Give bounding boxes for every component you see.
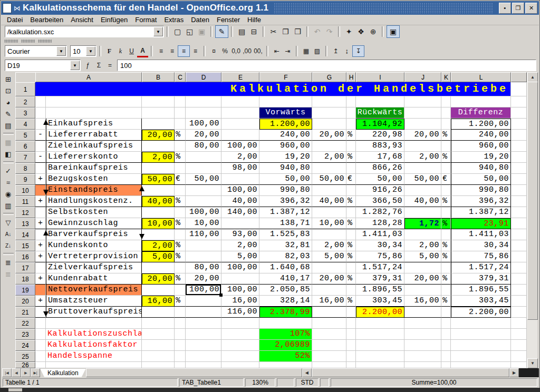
cell-L4[interactable]: 1.200,00: [451, 119, 511, 130]
cell-sign-11[interactable]: +: [35, 196, 46, 207]
cell-L11[interactable]: 396,32: [451, 196, 511, 207]
cell-D8[interactable]: [186, 163, 221, 174]
cell-B14[interactable]: [142, 229, 175, 240]
cell-L25[interactable]: [451, 351, 511, 362]
cell-E4[interactable]: [221, 119, 259, 130]
previous-sheet-button[interactable]: ◀: [12, 368, 21, 377]
cell-sign-16[interactable]: +: [35, 251, 46, 262]
cell-L20[interactable]: 303,45: [451, 296, 511, 307]
cell-E21[interactable]: 116,00: [221, 307, 259, 318]
cell-D13[interactable]: 10,00: [186, 218, 221, 229]
cell-K9[interactable]: €: [441, 174, 451, 185]
cell-G5[interactable]: 20,00: [312, 130, 346, 141]
cell-E8[interactable]: 98,00: [221, 163, 259, 174]
cell-D3[interactable]: [186, 107, 221, 119]
cell-E9[interactable]: [221, 174, 259, 185]
cell-empty[interactable]: [511, 207, 527, 218]
cell-K25[interactable]: [441, 351, 451, 362]
cell-K20[interactable]: %: [441, 296, 451, 307]
cell-D15[interactable]: [186, 240, 221, 251]
cell-B10[interactable]: [142, 185, 175, 196]
cell-F24[interactable]: 2,06989: [259, 340, 312, 351]
cell-J22[interactable]: [404, 318, 441, 329]
increase-indent-button[interactable]: ⇥: [282, 46, 293, 56]
cell-empty[interactable]: [312, 362, 346, 368]
cell-E19[interactable]: 100,00: [221, 285, 259, 296]
cell-J3[interactable]: [404, 107, 441, 119]
cell-sign-12[interactable]: [35, 207, 46, 218]
row-header-19[interactable]: 19: [15, 285, 35, 296]
italic-button[interactable]: k: [115, 46, 126, 56]
cell-C14[interactable]: [175, 229, 186, 240]
cell-L3[interactable]: Differenz: [451, 107, 511, 119]
cell-D9[interactable]: 50,00: [186, 174, 221, 185]
menu-item-1[interactable]: Bearbeiten: [26, 15, 67, 24]
cell-J13[interactable]: 1,72: [404, 218, 441, 229]
column-header-L[interactable]: L: [451, 72, 511, 82]
row-header-1[interactable]: 1: [15, 82, 35, 96]
cell-label-16[interactable]: Vertreterprovision: [46, 251, 142, 262]
cell-B3[interactable]: [142, 107, 175, 119]
cell-sign-25[interactable]: [35, 351, 46, 362]
cell-sign-3[interactable]: [35, 107, 46, 119]
cell-empty[interactable]: [346, 362, 356, 368]
cell-E7[interactable]: 2,00: [221, 152, 259, 163]
chevron-down-icon[interactable]: ▼: [86, 46, 95, 56]
font-color-button[interactable]: A: [137, 45, 148, 57]
cell-G17[interactable]: [312, 262, 346, 273]
first-sheet-button[interactable]: |◀: [2, 368, 12, 377]
cell-K22[interactable]: [441, 318, 451, 329]
row-header-9[interactable]: 9: [15, 174, 35, 185]
cell-F22[interactable]: [259, 318, 312, 329]
cell-empty[interactable]: [511, 362, 527, 368]
cell-L9[interactable]: 50,00: [451, 174, 511, 185]
cell-K7[interactable]: %: [441, 152, 451, 163]
cell-B9[interactable]: 50,00: [142, 174, 175, 185]
cell-H2[interactable]: [346, 96, 356, 107]
cell-H18[interactable]: %: [346, 273, 356, 285]
form-functions-button[interactable]: ▤: [2, 120, 14, 131]
row-header-26[interactable]: 26: [15, 362, 35, 368]
column-header-E[interactable]: E: [221, 72, 259, 82]
cell-sign-20[interactable]: +: [35, 296, 46, 307]
cell-F2[interactable]: [259, 96, 312, 107]
cell-C13[interactable]: %: [175, 218, 186, 229]
cell-F16[interactable]: 82,03: [259, 251, 312, 262]
scroll-up-icon[interactable]: ▲: [527, 72, 538, 82]
cell-I18[interactable]: 379,31: [356, 273, 404, 285]
cell-G15[interactable]: 2,00: [312, 240, 346, 251]
cell-label-11[interactable]: Handlungskostenz.: [46, 196, 142, 207]
cell-H6[interactable]: [346, 141, 356, 152]
cell-empty[interactable]: [175, 362, 186, 368]
autoformat-button[interactable]: ▦: [2, 136, 14, 148]
insert-object-button[interactable]: ◕: [2, 96, 14, 108]
cell-L7[interactable]: 19,20: [451, 152, 511, 163]
cell-I4[interactable]: 1.104,92: [356, 119, 404, 130]
cell-sign-24[interactable]: [35, 340, 46, 351]
cell-K5[interactable]: %: [441, 130, 451, 141]
cell-E5[interactable]: [221, 130, 259, 141]
cell-B21[interactable]: [142, 307, 175, 318]
column-header-K[interactable]: K: [441, 72, 451, 82]
cell-empty[interactable]: [259, 362, 312, 368]
cell-J10[interactable]: [404, 185, 441, 196]
number-format-percent-button[interactable]: %: [219, 46, 230, 56]
cell-C21[interactable]: [175, 307, 186, 318]
url-combobox[interactable]: /kalkulation.sxc ▼: [5, 26, 164, 37]
cell-I2[interactable]: [356, 96, 404, 107]
cell-L13[interactable]: 23,91: [451, 218, 511, 229]
cell-E6[interactable]: 100,00: [221, 141, 259, 152]
row-header-12[interactable]: 12: [15, 207, 35, 218]
cell-J9[interactable]: 50,00: [404, 174, 441, 185]
cell-H15[interactable]: %: [346, 240, 356, 251]
cell-empty[interactable]: [511, 119, 527, 130]
menu-item-0[interactable]: Datei: [3, 15, 26, 24]
cell-G7[interactable]: 2,00: [312, 152, 346, 163]
cell-C10[interactable]: [175, 185, 186, 196]
cell-empty[interactable]: [511, 240, 527, 251]
cell-K3[interactable]: [441, 107, 451, 119]
cell-H5[interactable]: %: [346, 130, 356, 141]
menu-item-8[interactable]: Hilfe: [244, 15, 265, 24]
cell-sign-22[interactable]: [35, 318, 46, 329]
select-all-corner[interactable]: [15, 72, 36, 83]
